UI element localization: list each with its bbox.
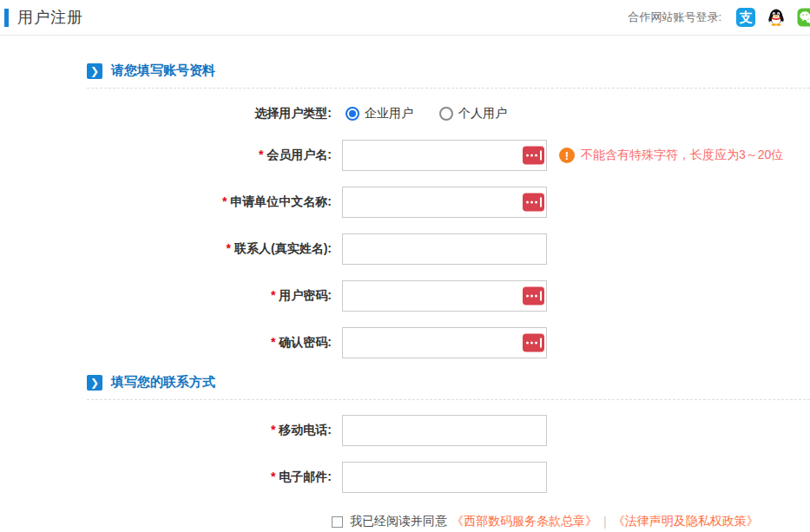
section-header-contact: ❯ 填写您的联系方式 xyxy=(87,374,810,391)
field-label: *移动电话: xyxy=(0,423,337,438)
password-input-wrap xyxy=(342,280,547,312)
required-asterisk: * xyxy=(271,288,275,302)
section-arrow-icon: ❯ xyxy=(87,63,102,79)
link-separator: | xyxy=(603,515,607,529)
mobile-phone-input-wrap xyxy=(342,415,547,446)
field-label: *确认密码: xyxy=(0,335,337,351)
required-asterisk: * xyxy=(259,148,263,161)
confirm-password-input[interactable] xyxy=(342,327,547,358)
field-label: *申请单位中文名称: xyxy=(0,194,337,210)
username-row: *会员用户名: ! 不能含有特殊字符，长度应为3～20位 xyxy=(0,140,810,171)
error-text: 不能含有特殊字符，长度应为3～20位 xyxy=(581,148,783,163)
page-title: 用户注册 xyxy=(17,7,83,28)
terms-link[interactable]: 《西部数码服务条款总章》 xyxy=(451,514,597,529)
section-header-account: ❯ 请您填写账号资料 xyxy=(87,62,810,79)
required-asterisk: * xyxy=(227,241,231,255)
section-title: 请您填写账号资料 xyxy=(111,62,215,79)
ime-input-icon[interactable] xyxy=(523,147,544,165)
contact-form: *移动电话: *电子邮件: xyxy=(0,415,810,493)
user-type-options: 企业用户 个人用户 xyxy=(346,106,507,122)
mobile-phone-row: *移动电话: xyxy=(0,415,810,446)
required-asterisk: * xyxy=(271,470,275,483)
radio-label: 企业用户 xyxy=(365,106,413,122)
email-input[interactable] xyxy=(342,462,547,493)
ime-input-icon[interactable] xyxy=(523,194,544,212)
required-asterisk: * xyxy=(222,194,227,208)
partner-login-label: 合作网站账号登录: xyxy=(628,10,721,25)
title-accent-bar xyxy=(4,9,9,27)
radio-unselected-icon[interactable] xyxy=(439,107,453,121)
required-asterisk: * xyxy=(271,423,275,437)
section-arrow-icon: ❯ xyxy=(87,375,102,391)
partner-login-area: 合作网站账号登录: 支 xyxy=(628,0,810,35)
contact-person-input[interactable] xyxy=(342,233,547,265)
agreement-text: 我已经阅读并同意 xyxy=(350,514,447,529)
radio-personal-user[interactable]: 个人用户 xyxy=(439,106,507,122)
company-name-input-wrap xyxy=(342,187,547,218)
password-row: *用户密码: xyxy=(0,280,810,312)
user-type-row: 选择用户类型: 企业用户 个人用户 xyxy=(0,105,810,122)
page-header: 用户注册 合作网站账号登录: 支 xyxy=(0,0,810,36)
mobile-phone-input[interactable] xyxy=(342,415,547,446)
contact-person-row: *联系人(真实姓名): xyxy=(0,233,810,265)
privacy-link[interactable]: 《法律声明及隐私权政策》 xyxy=(613,514,759,529)
alipay-login-icon[interactable]: 支 xyxy=(736,8,755,27)
username-input-wrap xyxy=(342,140,547,171)
section-divider xyxy=(87,399,810,400)
company-name-row: *申请单位中文名称: xyxy=(0,187,810,218)
field-label: *用户密码: xyxy=(0,288,337,304)
email-input-wrap xyxy=(342,462,547,493)
radio-label: 个人用户 xyxy=(458,106,507,122)
required-asterisk: * xyxy=(271,335,275,349)
radio-selected-icon[interactable] xyxy=(346,107,359,121)
user-type-label: 选择用户类型: xyxy=(0,106,337,122)
field-label: *联系人(真实姓名): xyxy=(0,241,337,257)
ime-input-icon[interactable] xyxy=(523,287,544,305)
warning-icon: ! xyxy=(559,148,575,163)
title-block: 用户注册 xyxy=(0,7,83,28)
username-error: ! 不能含有特殊字符，长度应为3～20位 xyxy=(559,148,783,163)
field-label: *会员用户名: xyxy=(0,148,337,163)
contact-person-input-wrap xyxy=(342,233,547,265)
username-input[interactable] xyxy=(342,140,547,171)
password-input[interactable] xyxy=(342,280,547,312)
field-label: *电子邮件: xyxy=(0,470,337,485)
wechat-login-icon[interactable] xyxy=(797,8,810,27)
company-name-input[interactable] xyxy=(342,187,547,218)
ime-input-icon[interactable] xyxy=(523,334,544,352)
section-title: 填写您的联系方式 xyxy=(111,374,215,391)
account-form: 选择用户类型: 企业用户 个人用户 *会员用户名: ! 不能含有特殊字符，长度应… xyxy=(0,105,810,358)
confirm-password-input-wrap xyxy=(342,327,547,358)
qq-login-icon[interactable] xyxy=(767,8,786,27)
agreement-row: 我已经阅读并同意 《西部数码服务条款总章》 | 《法律声明及隐私权政策》 xyxy=(332,514,810,529)
confirm-password-row: *确认密码: xyxy=(0,327,810,358)
agree-checkbox[interactable] xyxy=(332,516,343,528)
email-row: *电子邮件: xyxy=(0,462,810,493)
radio-enterprise-user[interactable]: 企业用户 xyxy=(346,106,413,122)
section-divider xyxy=(87,88,810,89)
